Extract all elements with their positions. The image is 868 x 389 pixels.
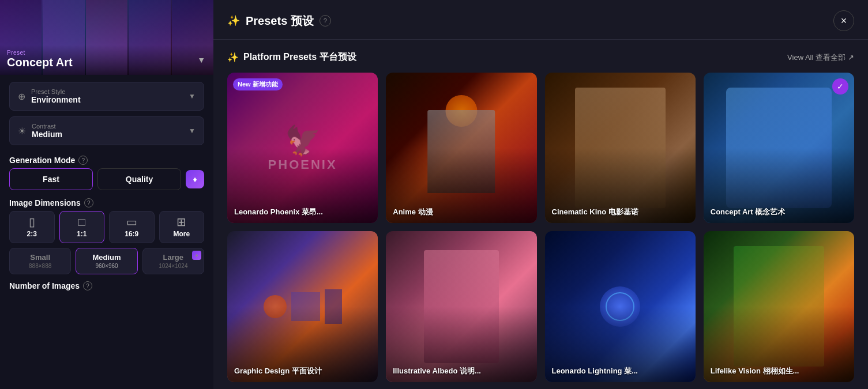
medium-size-dims: 960×960 [95, 263, 118, 269]
preset-title-concept: Concept Art 概念艺术 [711, 207, 847, 217]
generation-mode-badge: ♦ [186, 170, 204, 188]
ratio-2-3-icon: ▯ [29, 216, 35, 228]
preset-card-anime[interactable]: Anime 动漫 [386, 73, 536, 223]
preset-style-value: Environment [31, 95, 183, 104]
preset-title-anime: Anime 动漫 [393, 207, 529, 217]
preset-value: Concept Art [7, 56, 206, 69]
small-size-dims: 888×888 [29, 263, 51, 269]
preset-concept-card[interactable]: Preset Concept Art ▼ [0, 0, 213, 75]
dimension-section: ▯ 2:3 □ 1:1 ▭ 16:9 ⊞ More Small 888×888 [0, 209, 213, 277]
generation-mode-title: Generation Mode [9, 156, 75, 165]
more-ratio-icon: ⊞ [176, 216, 186, 228]
preset-card-lightning[interactable]: Leonardo Lightning 菜... [545, 231, 696, 382]
left-panel: Preset Concept Art ▼ ⊕ Preset Style Envi… [0, 0, 213, 389]
large-size-button[interactable]: Large 1024×1024 ♦ [142, 248, 204, 274]
preset-title-lightning: Leonardo Lightning 菜... [552, 366, 689, 376]
card-overlay-illustrative [386, 231, 536, 382]
preset-dropdown-arrow: ▼ [197, 55, 205, 65]
ratio-1-1-button[interactable]: □ 1:1 [59, 211, 105, 243]
preset-card-concept[interactable]: ✓ Concept Art 概念艺术 [704, 73, 854, 223]
wand-icon: ✨ [227, 14, 240, 27]
contrast-label: Contrast [32, 123, 183, 130]
preset-title-illustrative: Illustrative Albedo 说明... [393, 366, 529, 376]
close-button[interactable]: × [833, 10, 854, 31]
card-overlay [227, 73, 378, 223]
large-size-dims: 1024×1024 [159, 263, 187, 269]
platform-title: Platform Presets 平台预设 [243, 51, 356, 63]
presets-content: ✨ Platform Presets 平台预设 View All 查看全部 ↗ … [213, 40, 868, 389]
contrast-dropdown[interactable]: ☀ Contrast Medium ▼ [9, 116, 204, 145]
ratio-1-1-label: 1:1 [77, 230, 87, 238]
right-panel: ✨ Presets 预设 ? × ✨ Platform Presets 平台预设… [213, 0, 868, 389]
number-of-images-help[interactable]: ? [83, 281, 92, 290]
view-all-icon: ↗ [848, 53, 854, 62]
platform-section-header: ✨ Platform Presets 平台预设 View All 查看全部 ↗ [227, 51, 854, 63]
card-overlay-anime [386, 73, 536, 223]
contrast-arrow: ▼ [189, 127, 196, 135]
more-ratio-button[interactable]: ⊞ More [159, 211, 205, 243]
number-of-images-header: Number of Images ? [0, 277, 213, 292]
fast-mode-button[interactable]: Fast [9, 168, 93, 190]
medium-size-name: Medium [92, 253, 121, 262]
ratio-1-1-icon: □ [78, 216, 85, 228]
preset-style-arrow: ▼ [189, 92, 196, 100]
platform-title-area: ✨ Platform Presets 平台预设 [227, 51, 356, 63]
number-of-images-title: Number of Images [9, 281, 80, 290]
image-dimensions-help[interactable]: ? [84, 198, 93, 207]
contrast-icon: ☀ [18, 126, 26, 137]
size-row: Small 888×888 Medium 960×960 Large 1024×… [9, 248, 204, 274]
ratio-16-9-icon: ▭ [126, 216, 137, 228]
generation-mode-buttons: Fast Quality ♦ [0, 166, 213, 192]
view-all-link[interactable]: View All 查看全部 ↗ [787, 52, 854, 63]
card-overlay-lifelike [704, 231, 854, 382]
medium-size-button[interactable]: Medium 960×960 [76, 248, 137, 274]
preset-card-lifelike[interactable]: Lifelike Vision 栩栩如生... [704, 231, 854, 382]
presets-header: ✨ Presets 预设 ? × [213, 0, 868, 40]
ratio-2-3-label: 2:3 [27, 230, 37, 238]
ratio-16-9-label: 16:9 [125, 230, 138, 238]
preset-style-icon: ⊕ [18, 91, 25, 102]
presets-title-area: ✨ Presets 预设 ? [227, 13, 331, 29]
ratio-2-3-button[interactable]: ▯ 2:3 [9, 211, 55, 243]
large-size-name: Large [163, 253, 183, 262]
platform-sparkle-icon: ✨ [227, 52, 239, 63]
new-badge: New 新增功能 [233, 78, 283, 90]
view-all-label: View All 查看全部 [787, 52, 846, 63]
contrast-value: Medium [32, 130, 183, 139]
more-ratio-label: More [173, 230, 190, 238]
presets-grid: 🦅 PHOENIX New 新增功能 Leonardo Phoenix 菜昂..… [227, 73, 854, 382]
presets-help-icon[interactable]: ? [320, 15, 331, 27]
card-overlay-graphic [227, 231, 378, 382]
card-overlay-concept [704, 73, 854, 223]
preset-title-phoenix: Leonardo Phoenix 菜昂... [234, 207, 371, 217]
preset-card-phoenix[interactable]: 🦅 PHOENIX New 新增功能 Leonardo Phoenix 菜昂..… [227, 73, 378, 223]
generation-mode-help[interactable]: ? [78, 156, 88, 165]
image-dimensions-title: Image Dimensions [9, 198, 81, 207]
large-badge: ♦ [192, 251, 201, 260]
preset-style-label: Preset Style [31, 88, 183, 95]
ratio-16-9-button[interactable]: ▭ 16:9 [109, 211, 155, 243]
ratio-row: ▯ 2:3 □ 1:1 ▭ 16:9 ⊞ More [9, 211, 204, 243]
small-size-name: Small [30, 253, 50, 262]
image-dimensions-header: Image Dimensions ? [0, 192, 213, 209]
small-size-button[interactable]: Small 888×888 [9, 248, 71, 274]
quality-mode-button[interactable]: Quality [97, 168, 181, 190]
generation-mode-header: Generation Mode ? [0, 152, 213, 166]
card-overlay-cinematic [545, 73, 696, 223]
preset-title-lifelike: Lifelike Vision 栩栩如生... [711, 366, 847, 376]
preset-title-cinematic: Cinematic Kino 电影基诺 [552, 207, 689, 217]
preset-card-graphic[interactable]: Graphic Design 平面设计 [227, 231, 378, 382]
preset-card-illustrative[interactable]: Illustrative Albedo 说明... [386, 231, 536, 382]
preset-label: Preset [7, 50, 206, 56]
presets-title: Presets 预设 [246, 13, 314, 29]
card-overlay-lightning [545, 231, 696, 382]
selected-check: ✓ [832, 78, 848, 95]
badge-icon: ♦ [193, 175, 197, 184]
preset-title-graphic: Graphic Design 平面设计 [234, 366, 371, 376]
preset-card-cinematic[interactable]: Cinematic Kino 电影基诺 [545, 73, 696, 223]
preset-style-dropdown[interactable]: ⊕ Preset Style Environment ▼ [9, 82, 204, 111]
